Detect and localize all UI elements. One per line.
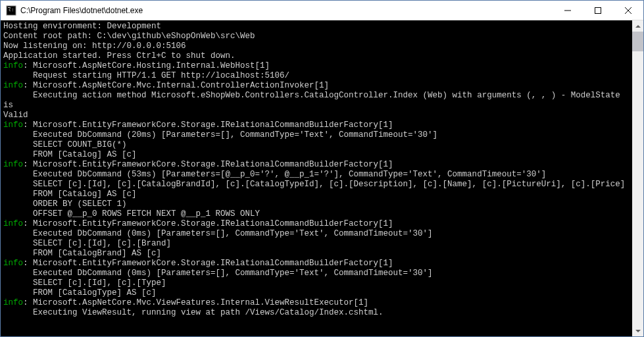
log-header-line: Content root path: C:\dev\github\eShopOn… — [3, 32, 255, 41]
svg-marker-7 — [635, 25, 641, 28]
log-level: info — [3, 219, 23, 228]
scroll-down-button[interactable] — [632, 325, 643, 336]
scrollbar-thumb[interactable] — [632, 32, 643, 51]
log-body-line: FROM [CatalogType] AS [c] — [3, 288, 157, 298]
log-body-line: FROM [Catalog] AS [c] — [3, 150, 137, 159]
log-category: : Microsoft.EntityFrameworkCore.Storage.… — [23, 120, 393, 130]
window-controls — [553, 1, 643, 20]
close-button[interactable] — [613, 1, 643, 20]
log-level: info — [3, 160, 23, 169]
log-body-line: Executed DbCommand (0ms) [Parameters=[],… — [3, 229, 433, 238]
log-body-line: Executed DbCommand (0ms) [Parameters=[],… — [3, 269, 433, 278]
log-body-line: SELECT COUNT_BIG(*) — [3, 140, 127, 149]
log-level: info — [3, 120, 23, 130]
log-level: info — [3, 81, 23, 90]
svg-marker-8 — [635, 330, 641, 332]
log-body-line: Request starting HTTP/1.1 GET http://loc… — [3, 71, 289, 80]
console-area: Hosting environment: Development Content… — [1, 20, 643, 336]
window-title: C:\Program Files\dotnet\dotnet.exe — [20, 6, 553, 15]
log-body-line: ORDER BY (SELECT 1) — [3, 199, 127, 209]
log-level: info — [3, 259, 23, 268]
svg-rect-4 — [595, 7, 601, 13]
log-category: : Microsoft.AspNetCore.Mvc.ViewFeatures.… — [23, 298, 368, 307]
log-header-line: Now listening on: http://0.0.0.0:5106 — [3, 41, 186, 51]
title-bar: c: C:\Program Files\dotnet\dotnet.exe — [1, 1, 643, 20]
log-body-line: Executed DbCommand (20ms) [Parameters=[]… — [3, 130, 437, 140]
log-category: : Microsoft.EntityFrameworkCore.Storage.… — [23, 219, 393, 228]
log-category: : Microsoft.EntityFrameworkCore.Storage.… — [23, 160, 393, 169]
log-level: info — [3, 61, 23, 70]
maximize-button[interactable] — [583, 1, 613, 20]
vertical-scrollbar[interactable] — [632, 20, 643, 336]
log-body-line: Executing ViewResult, running view at pa… — [3, 308, 384, 317]
log-header-line: Hosting environment: Development — [3, 22, 161, 31]
console-output[interactable]: Hosting environment: Development Content… — [1, 20, 632, 336]
log-header-line: Application started. Press Ctrl+C to shu… — [3, 51, 235, 61]
log-body-line: FROM [CatalogBrand] AS [c] — [3, 249, 161, 258]
log-body-line: SELECT [c].[Id], [c].[Brand] — [3, 239, 171, 248]
log-body-line: SELECT [c].[Id], [c].[Type] — [3, 278, 166, 288]
minimize-button[interactable] — [553, 1, 583, 20]
log-category: : Microsoft.AspNetCore.Hosting.Internal.… — [23, 61, 270, 70]
log-body-line: SELECT [c].[Id], [c].[CatalogBrandId], [… — [3, 180, 625, 189]
app-icon: c: — [6, 5, 16, 16]
svg-text:c:: c: — [9, 7, 14, 13]
log-body-line: FROM [Catalog] AS [c] — [3, 190, 137, 199]
log-level: info — [3, 298, 23, 307]
log-category: : Microsoft.EntityFrameworkCore.Storage.… — [23, 259, 393, 268]
log-body-line: Executed DbCommand (53ms) [Parameters=[@… — [3, 170, 546, 179]
log-body-line: Executing action method Microsoft.eShopW… — [3, 91, 625, 120]
log-category: : Microsoft.AspNetCore.Mvc.Internal.Cont… — [23, 81, 329, 90]
log-body-line: OFFSET @__p_0 ROWS FETCH NEXT @__p_1 ROW… — [3, 209, 260, 219]
scrollbar-track[interactable] — [632, 32, 643, 325]
scroll-up-button[interactable] — [632, 20, 643, 32]
